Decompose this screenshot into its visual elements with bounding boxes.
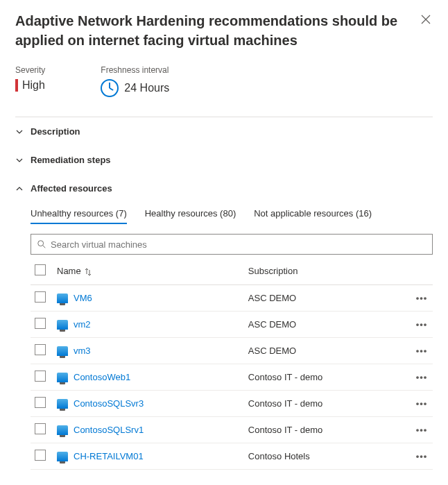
vm-icon (57, 373, 68, 382)
search-input[interactable] (51, 239, 427, 250)
subscription-cell: Contoso IT - demo (244, 391, 411, 417)
column-subscription[interactable]: Subscription (244, 257, 411, 285)
tab-healthy-resources[interactable]: Healthy resources (80) (145, 208, 236, 224)
clock-icon (101, 79, 119, 97)
severity-label: Severity (15, 65, 45, 75)
tab-not-applicable-resources[interactable]: Not applicable resources (16) (254, 208, 372, 224)
vm-icon (57, 346, 68, 356)
chevron-up-icon (15, 185, 24, 193)
table-row: vm3ASC DEMO••• (31, 338, 433, 364)
row-checkbox[interactable] (35, 450, 46, 461)
search-box[interactable] (31, 234, 433, 255)
section-title: Affected resources (31, 183, 112, 194)
table-row: VM6ASC DEMO••• (31, 285, 433, 312)
select-all-checkbox[interactable] (35, 264, 46, 275)
section-title: Remediation steps (31, 155, 111, 165)
section-affected-resources[interactable]: Affected resources (15, 174, 433, 203)
subscription-cell: ASC DEMO (244, 312, 411, 338)
resource-link[interactable]: VM6 (74, 293, 92, 303)
subscription-cell: Contoso IT - demo (244, 417, 411, 443)
table-row: ContosoSQLSrv1Contoso IT - demo••• (31, 417, 433, 443)
resource-link[interactable]: vm3 (74, 346, 91, 356)
row-actions-button[interactable]: ••• (416, 451, 428, 461)
row-actions-button[interactable]: ••• (416, 346, 428, 356)
vm-icon (57, 399, 68, 409)
subscription-cell: ASC DEMO (244, 338, 411, 364)
vm-icon (57, 320, 68, 330)
row-actions-button[interactable]: ••• (416, 293, 428, 303)
resource-link[interactable]: CH-RETAILVM01 (74, 451, 144, 461)
table-row: ContosoWeb1Contoso IT - demo••• (31, 364, 433, 391)
close-button[interactable] (419, 12, 433, 26)
subscription-cell: ASC DEMO (244, 285, 411, 312)
svg-point-0 (38, 241, 44, 246)
row-actions-button[interactable]: ••• (416, 398, 428, 409)
freshness-block: Freshness interval 24 Hours (101, 65, 169, 97)
resource-link[interactable]: ContosoWeb1 (74, 372, 130, 382)
severity-block: Severity High (15, 65, 45, 97)
row-checkbox[interactable] (35, 344, 46, 355)
section-remediation[interactable]: Remediation steps (15, 146, 433, 174)
vm-icon (57, 425, 68, 435)
row-checkbox[interactable] (35, 423, 46, 434)
row-actions-button[interactable]: ••• (416, 425, 428, 435)
section-title: Description (31, 126, 80, 137)
search-icon (37, 239, 46, 249)
table-row: ContosoSQLSvr3Contoso IT - demo••• (31, 391, 433, 417)
sort-icon (85, 268, 92, 276)
freshness-value: 24 Hours (124, 82, 169, 94)
page-title: Adaptive Network Hardening recommendatio… (15, 11, 433, 50)
table-row: vm2ASC DEMO••• (31, 312, 433, 338)
resource-link[interactable]: ContosoSQLSrv1 (74, 425, 144, 435)
subscription-cell: Contoso Hotels (244, 443, 411, 470)
close-icon (421, 15, 431, 24)
section-description[interactable]: Description (15, 117, 433, 146)
tab-unhealthy-resources[interactable]: Unhealthy resources (7) (31, 208, 127, 224)
column-name[interactable]: Name (53, 257, 244, 285)
row-checkbox[interactable] (35, 371, 46, 382)
table-row: CH-RETAILVM01Contoso Hotels••• (31, 443, 433, 470)
row-actions-button[interactable]: ••• (416, 319, 428, 330)
row-checkbox[interactable] (35, 397, 46, 408)
severity-value: High (15, 79, 45, 92)
resource-link[interactable]: ContosoSQLSvr3 (74, 398, 144, 409)
chevron-down-icon (15, 128, 24, 136)
vm-icon (57, 293, 68, 303)
chevron-down-icon (15, 156, 24, 164)
row-actions-button[interactable]: ••• (416, 372, 428, 382)
resource-link[interactable]: vm2 (74, 319, 91, 330)
row-checkbox[interactable] (35, 318, 46, 329)
column-name-label: Name (57, 266, 81, 276)
subscription-cell: Contoso IT - demo (244, 364, 411, 391)
row-checkbox[interactable] (35, 291, 46, 303)
vm-icon (57, 452, 68, 461)
freshness-label: Freshness interval (101, 65, 169, 75)
